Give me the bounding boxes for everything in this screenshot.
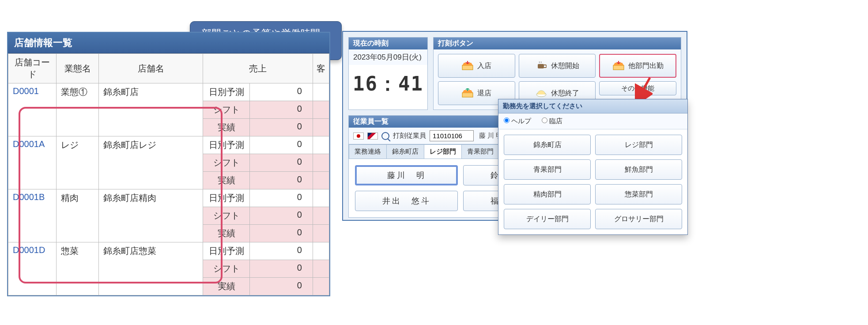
metric-label: 実績 <box>203 225 249 242</box>
col-btype: 業態名 <box>56 54 98 83</box>
col-code: 店舗コード <box>8 54 57 83</box>
break-end-label: 休憩終了 <box>551 89 579 98</box>
metric-label: 日別予測 <box>203 242 249 260</box>
customers-cell <box>313 136 329 154</box>
other-function-label: その他機能 <box>621 84 654 93</box>
table-row: D0001業態①錦糸町店日別予測0 <box>8 83 329 101</box>
metric-label: 日別予測 <box>203 136 249 154</box>
svg-rect-5 <box>462 93 473 97</box>
workplace-option[interactable]: 鮮魚部門 <box>595 159 682 180</box>
store-code[interactable]: D0001D <box>8 242 57 295</box>
metric-label: 実績 <box>203 172 249 189</box>
tab-業務連絡[interactable]: 業務連絡 <box>349 144 387 159</box>
customers-cell <box>313 189 329 207</box>
workplace-option[interactable]: 惣菜部門 <box>595 184 682 204</box>
customers-cell <box>313 172 329 189</box>
customers-cell <box>313 101 329 119</box>
search-icon[interactable] <box>381 132 389 140</box>
coffee-icon <box>535 61 547 71</box>
workplace-option-grid: 錦糸町店レジ部門青果部門鮮魚部門精肉部門惣菜部門デイリー部門グロサリー部門 <box>498 129 687 234</box>
customers-cell <box>313 207 329 225</box>
meal-icon <box>535 88 547 98</box>
clock-box: 現在の時刻 2023年05月09日(火) 16：41 <box>348 37 428 110</box>
metric-label: 実績 <box>203 278 249 295</box>
metric-value: 0 <box>249 225 313 242</box>
store-code[interactable]: D0001B <box>8 189 57 242</box>
workplace-option[interactable]: 錦糸町店 <box>504 135 591 155</box>
svg-rect-0 <box>462 65 473 70</box>
customers-cell <box>313 119 329 136</box>
metric-value: 0 <box>249 136 313 154</box>
workplace-radio-row: ヘルプ 臨店 <box>498 113 687 129</box>
break-start-button[interactable]: 休憩開始 <box>519 54 596 78</box>
clock-time: 16：41 <box>349 65 427 103</box>
metric-value: 0 <box>249 189 313 207</box>
table-row: D0001B精肉錦糸町店精肉日別予測0 <box>8 189 329 207</box>
metric-value: 0 <box>249 83 313 101</box>
metric-label: シフト <box>203 207 249 225</box>
store-code[interactable]: D0001A <box>8 136 57 189</box>
workplace-option[interactable]: レジ部門 <box>595 135 682 155</box>
col-customers: 客 <box>313 54 329 83</box>
stamp-label: 打刻ボタン <box>434 38 681 49</box>
metric-value: 0 <box>249 207 313 225</box>
metric-value: 0 <box>249 119 313 136</box>
metric-value: 0 <box>249 101 313 119</box>
clock-label: 現在の時刻 <box>349 38 427 49</box>
workplace-option[interactable]: グロサリー部門 <box>595 209 682 229</box>
other-dept-label: 他部門出勤 <box>628 61 664 71</box>
store-name: 錦糸町店 <box>99 83 203 136</box>
employee-button[interactable]: 藤川 明 <box>355 165 458 185</box>
svg-rect-3 <box>613 65 624 70</box>
store-info-table: 店舗コード 業態名 店舗名 売上 客 D0001業態①錦糸町店日別予測0シフト0… <box>8 53 329 295</box>
metric-value: 0 <box>249 260 313 278</box>
store-name: 錦糸町店惣菜 <box>99 242 203 295</box>
metric-label: シフト <box>203 260 249 278</box>
workplace-option[interactable]: 青果部門 <box>504 159 591 180</box>
store-info-title: 店舗情報一覧 <box>8 33 329 53</box>
metric-value: 0 <box>249 154 313 172</box>
other-function-button[interactable]: その他機能 <box>599 81 676 95</box>
store-info-panel: 店舗情報一覧 店舗コード 業態名 店舗名 売上 客 D0001業態①錦糸町店日別… <box>7 32 330 296</box>
workplace-select-popup: 勤務先を選択してください ヘルプ 臨店 錦糸町店レジ部門青果部門鮮魚部門精肉部門… <box>498 99 688 235</box>
customers-cell <box>313 225 329 242</box>
customers-cell <box>313 260 329 278</box>
store-code[interactable]: D0001 <box>8 83 57 136</box>
workplace-popup-title: 勤務先を選択してください <box>498 99 687 113</box>
business-type: レジ <box>56 136 98 189</box>
flag-uk-icon[interactable] <box>367 132 378 140</box>
store-other-icon <box>612 61 625 71</box>
customers-cell <box>313 83 329 101</box>
business-type: 惣菜 <box>56 242 98 295</box>
business-type: 精肉 <box>56 189 98 242</box>
workplace-option[interactable]: デイリー部門 <box>504 209 591 229</box>
customers-cell <box>313 278 329 295</box>
workplace-option[interactable]: 精肉部門 <box>504 184 591 204</box>
tab-青果部門[interactable]: 青果部門 <box>461 144 499 159</box>
radio-transfer[interactable]: 臨店 <box>542 117 562 125</box>
tab-錦糸町店[interactable]: 錦糸町店 <box>386 144 424 159</box>
metric-label: 実績 <box>203 119 249 136</box>
other-dept-button[interactable]: 他部門出勤 <box>599 54 676 78</box>
metric-label: 日別予測 <box>203 189 249 207</box>
emp-search-input[interactable] <box>430 130 474 141</box>
col-sales: 売上 <box>203 54 313 83</box>
store-name: 錦糸町店精肉 <box>99 189 203 242</box>
metric-label: 日別予測 <box>203 83 249 101</box>
clock-date: 2023年05月09日(火) <box>349 49 427 65</box>
store-leave-icon <box>461 88 474 98</box>
enter-label: 入店 <box>477 61 491 71</box>
table-row: D0001Aレジ錦糸町店レジ日別予測0 <box>8 136 329 154</box>
flag-jp-icon[interactable] <box>353 132 364 140</box>
business-type: 業態① <box>56 83 98 136</box>
metric-value: 0 <box>249 278 313 295</box>
radio-help[interactable]: ヘルプ <box>504 117 531 125</box>
tab-レジ部門[interactable]: レジ部門 <box>424 144 462 159</box>
metric-value: 0 <box>249 172 313 189</box>
employee-button[interactable]: 井出 悠斗 <box>355 191 458 211</box>
emp-search-label: 打刻従業員 <box>393 132 426 140</box>
enter-button[interactable]: 入店 <box>438 54 515 78</box>
leave-label: 退店 <box>477 89 491 98</box>
customers-cell <box>313 242 329 260</box>
table-row: D0001D惣菜錦糸町店惣菜日別予測0 <box>8 242 329 260</box>
